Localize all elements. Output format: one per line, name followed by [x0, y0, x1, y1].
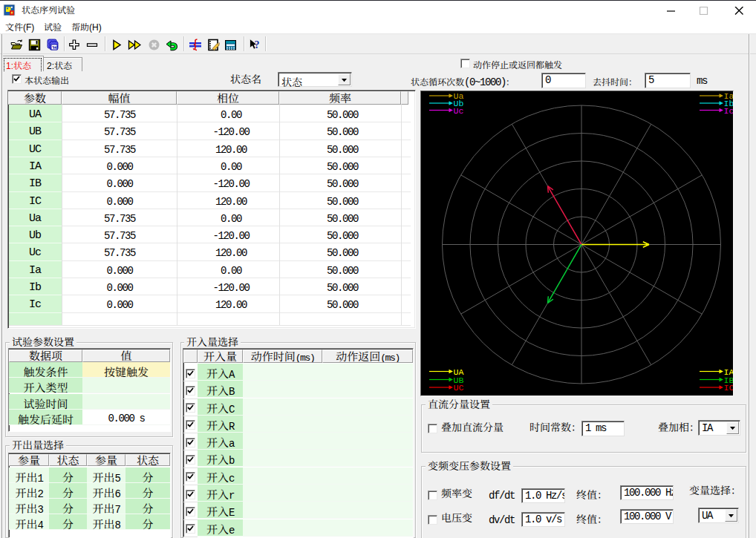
svg-text:W: W — [52, 45, 57, 50]
svg-text:IC: IC — [724, 383, 734, 393]
svg-text:Uc: Uc — [454, 106, 464, 116]
svg-text:UC: UC — [454, 383, 464, 393]
svg-text:Ic: Ic — [724, 106, 734, 116]
svg-text:?: ? — [255, 39, 260, 50]
